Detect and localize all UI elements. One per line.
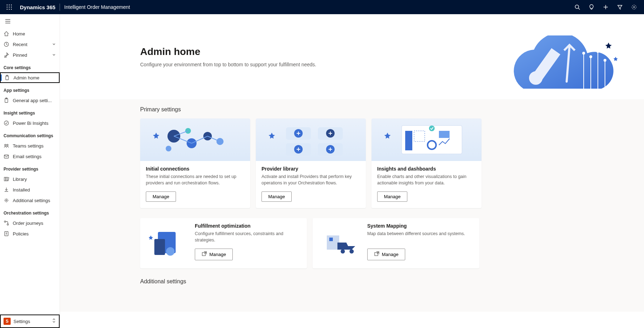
journey-icon — [4, 220, 9, 226]
svg-point-34 — [583, 52, 585, 54]
global-header: Dynamics 365 Intelligent Order Managemen… — [0, 0, 644, 14]
card-illustration — [144, 223, 190, 262]
primary-settings-heading: Primary settings — [140, 106, 644, 113]
nav-item-admin-home[interactable]: Admin home — [0, 72, 60, 83]
card-title: Fulfillment optimization — [195, 223, 301, 229]
svg-point-46 — [166, 146, 171, 151]
nav-section-heading: Orchestration settings — [0, 206, 60, 218]
nav-item-library[interactable]: Library — [0, 174, 60, 184]
settings-button[interactable] — [627, 0, 641, 14]
svg-rect-31 — [5, 232, 8, 236]
svg-point-40 — [604, 59, 606, 61]
app-name-label: Intelligent Order Management — [60, 4, 134, 10]
brand-label[interactable]: Dynamics 365 — [16, 4, 60, 10]
app-launcher-button[interactable] — [3, 0, 16, 14]
nav-section-heading: Insight settings — [0, 106, 60, 118]
manage-button[interactable]: Manage — [146, 191, 176, 202]
nav-label: Teams settings — [13, 143, 56, 149]
nav-label: General app setti... — [13, 98, 56, 103]
download-icon — [4, 187, 9, 193]
svg-rect-70 — [329, 238, 333, 241]
sidebar-toggle-button[interactable] — [0, 14, 60, 28]
people-icon — [4, 143, 9, 149]
svg-point-9 — [575, 5, 579, 9]
card-illustration — [256, 118, 366, 161]
manage-button[interactable]: Manage — [377, 191, 407, 202]
search-button[interactable] — [570, 0, 584, 14]
insights-icon — [4, 120, 9, 126]
svg-point-36 — [590, 56, 592, 58]
card-illustration — [371, 118, 481, 161]
card-initial-connections: Initial connectionsThese initial connect… — [140, 118, 250, 208]
clipboard-icon — [4, 98, 9, 103]
lightbulb-button[interactable] — [584, 0, 599, 14]
nav-label: Recent — [13, 42, 48, 47]
area-switcher[interactable]: S Settings — [0, 315, 60, 328]
nav-item-general-app-setti-[interactable]: General app setti... — [0, 95, 60, 106]
svg-rect-63 — [439, 131, 450, 138]
card-title: Insights and dashboards — [377, 166, 476, 172]
svg-point-22 — [4, 121, 9, 125]
nav-item-email-settings[interactable]: Email settings — [0, 151, 60, 162]
page-title: Admin home — [140, 46, 502, 57]
nav-label: Additional settings — [13, 198, 56, 203]
area-label: Settings — [13, 319, 49, 324]
nav-label: Power Bi Insights — [13, 121, 56, 126]
card-desc: Map data between different sources and s… — [367, 231, 473, 244]
nav-pinned[interactable]: Pinned — [0, 50, 60, 60]
nav-item-teams-settings[interactable]: Teams settings — [0, 140, 60, 151]
clock-icon — [4, 41, 9, 47]
svg-line-10 — [578, 8, 580, 10]
nav-item-policies[interactable]: Policies — [0, 228, 60, 239]
open-icon — [374, 251, 380, 258]
nav-item-installed[interactable]: Installed — [0, 184, 60, 195]
manage-button[interactable]: Manage — [195, 249, 233, 260]
add-button[interactable] — [599, 0, 613, 14]
library-icon — [4, 176, 9, 182]
sidebar: HomeRecentPinned Core settingsAdmin home… — [0, 14, 60, 328]
card-illustration — [316, 223, 362, 262]
nav-section-heading: Core settings — [0, 60, 60, 72]
svg-point-38 — [597, 50, 599, 52]
svg-point-0 — [7, 5, 8, 6]
manage-button[interactable]: Manage — [367, 249, 405, 260]
svg-point-4 — [9, 7, 10, 8]
svg-point-30 — [7, 224, 9, 225]
additional-settings-heading: Additional settings — [140, 278, 644, 285]
gear-icon — [4, 198, 9, 203]
chevron-down-icon — [52, 42, 56, 47]
svg-point-67 — [166, 247, 175, 256]
svg-rect-66 — [154, 239, 165, 255]
clipboard-icon — [4, 75, 10, 80]
nav-label: Installed — [13, 187, 56, 193]
nav-item-order-journeys[interactable]: Order journeys — [0, 218, 60, 228]
mail-icon — [4, 154, 9, 159]
home-icon — [4, 31, 9, 37]
nav-section-heading: Provider settings — [0, 162, 60, 174]
nav-section-heading: App settings — [0, 83, 60, 95]
manage-button[interactable]: Manage — [262, 191, 292, 202]
updown-icon — [52, 318, 56, 324]
nav-item-power-bi-insights[interactable]: Power Bi Insights — [0, 118, 60, 128]
nav-home[interactable]: Home — [0, 28, 60, 39]
card-provider-library: Provider libraryActivate and install Pro… — [256, 118, 366, 208]
svg-point-72 — [349, 249, 354, 254]
svg-rect-69 — [327, 235, 339, 250]
svg-point-3 — [7, 7, 8, 8]
nav-label: Pinned — [13, 52, 48, 58]
hero-illustration — [502, 35, 623, 99]
svg-point-32 — [530, 72, 541, 84]
policy-icon — [4, 231, 9, 237]
nav-label: Policies — [13, 231, 56, 237]
card-title: Provider library — [262, 166, 360, 172]
nav-section-heading: Communication settings — [0, 128, 60, 140]
nav-recent[interactable]: Recent — [0, 39, 60, 50]
nav-item-additional-settings[interactable]: Additional settings — [0, 195, 60, 206]
svg-point-7 — [9, 9, 10, 10]
pin-icon — [4, 52, 9, 58]
filter-button[interactable] — [613, 0, 627, 14]
svg-rect-26 — [4, 177, 6, 181]
nav-label: Admin home — [13, 75, 55, 80]
card-desc: These initial connections are needed to … — [146, 174, 244, 187]
card-fulfillment-optimization: Fulfillment optimizationConfigure fulfil… — [140, 218, 307, 268]
